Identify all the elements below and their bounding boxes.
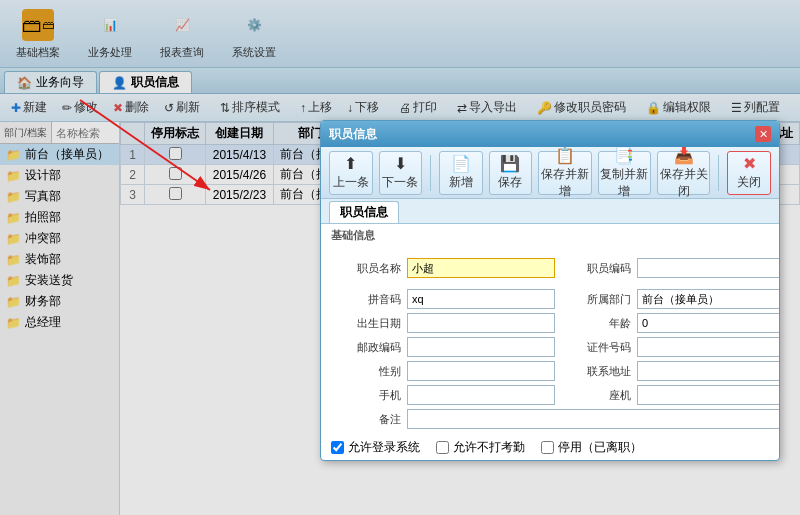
cb-stop[interactable]: 停用（已离职） <box>541 439 642 456</box>
dept-input[interactable] <box>637 289 780 309</box>
add-icon: 📄 <box>451 154 471 173</box>
pinyin-input[interactable] <box>407 289 555 309</box>
idcard-label: 证件号码 <box>561 340 631 355</box>
contact-label: 联系地址 <box>561 364 631 379</box>
dept-label: 所属部门 <box>561 292 631 307</box>
modal-overlay: 职员信息 ✕ ⬆ 上一条 ⬇ 下一条 📄 新增 💾 <box>0 0 800 515</box>
close-icon: ✖ <box>743 154 756 173</box>
prev-icon: ⬆ <box>344 154 357 173</box>
homephone-label: 座机 <box>561 388 631 403</box>
modal-btn-save-close[interactable]: 📥 保存并关闭 <box>657 151 710 195</box>
cb-nocheck[interactable]: 允许不打考勤 <box>436 439 525 456</box>
birth-label: 出生日期 <box>331 316 401 331</box>
save-icon: 💾 <box>500 154 520 173</box>
modal-toolbar: ⬆ 上一条 ⬇ 下一条 📄 新增 💾 保存 📋 保存 <box>321 147 779 199</box>
remark-label: 备注 <box>331 412 401 427</box>
form-grid: 职员名称 职员编码 自动 拼音码 所属部门 出生日期 年龄 邮政编码 证件 <box>321 245 779 435</box>
save-close-icon: 📥 <box>674 146 694 165</box>
login-checkbox[interactable] <box>331 441 344 454</box>
name-input[interactable] <box>407 258 555 278</box>
mobile-input[interactable] <box>407 385 555 405</box>
post-input[interactable] <box>407 337 555 357</box>
modal-btn-next[interactable]: ⬇ 下一条 <box>379 151 423 195</box>
code-auto-row: 自动 <box>637 251 780 285</box>
modal-titlebar: 职员信息 ✕ <box>321 121 779 147</box>
remark-input[interactable] <box>407 409 780 429</box>
modal-btn-save[interactable]: 💾 保存 <box>489 151 533 195</box>
code-input[interactable] <box>637 258 780 278</box>
homephone-input[interactable] <box>637 385 780 405</box>
modal-section-title: 基础信息 <box>321 224 779 245</box>
code-label: 职员编码 <box>561 261 631 276</box>
stop-modal-checkbox[interactable] <box>541 441 554 454</box>
modal-title: 职员信息 <box>329 126 377 143</box>
mobile-label: 手机 <box>331 388 401 403</box>
birth-input[interactable] <box>407 313 555 333</box>
employee-modal: 职员信息 ✕ ⬆ 上一条 ⬇ 下一条 📄 新增 💾 <box>320 120 780 461</box>
name-label: 职员名称 <box>331 261 401 276</box>
modal-sep2 <box>718 155 719 191</box>
age-input[interactable] <box>637 313 780 333</box>
next-icon: ⬇ <box>394 154 407 173</box>
idcard-input[interactable] <box>637 337 780 357</box>
modal-tabs: 职员信息 <box>321 199 779 224</box>
contact-input[interactable] <box>637 361 780 381</box>
age-label: 年龄 <box>561 316 631 331</box>
modal-btn-add[interactable]: 📄 新增 <box>439 151 483 195</box>
cb-login[interactable]: 允许登录系统 <box>331 439 420 456</box>
modal-btn-save-new[interactable]: 📋 保存并新增 <box>538 151 591 195</box>
checkbox-row: 允许登录系统 允许不打考勤 停用（已离职） <box>321 435 779 460</box>
modal-btn-prev[interactable]: ⬆ 上一条 <box>329 151 373 195</box>
post-label: 邮政编码 <box>331 340 401 355</box>
modal-tab-info[interactable]: 职员信息 <box>329 201 399 223</box>
modal-btn-copy-new[interactable]: 📑 复制并新增 <box>598 151 651 195</box>
nocheck-checkbox[interactable] <box>436 441 449 454</box>
gender-label: 性别 <box>331 364 401 379</box>
pinyin-label: 拼音码 <box>331 292 401 307</box>
modal-sep1 <box>430 155 431 191</box>
copy-new-icon: 📑 <box>614 146 634 165</box>
modal-close-btn[interactable]: ✕ <box>755 126 771 142</box>
modal-btn-close[interactable]: ✖ 关闭 <box>727 151 771 195</box>
gender-input[interactable] <box>407 361 555 381</box>
save-new-icon: 📋 <box>555 146 575 165</box>
